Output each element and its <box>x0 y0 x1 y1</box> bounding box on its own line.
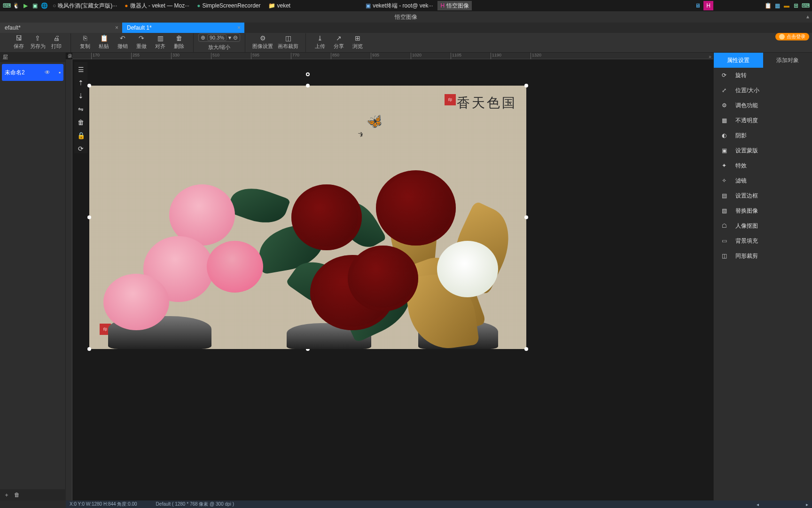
property-row[interactable]: ▤设置边框 <box>714 188 812 203</box>
main-toolbar: 🖫保存 ⇪另存为 🖨打印 ⎘复制 📋粘贴 ↶撤销 ↷重做 ▥对齐 🗑删除 ⊕ 9… <box>0 33 812 53</box>
canvas-area: 像素 1702553305105957708509351020110511901… <box>66 53 713 500</box>
trash-icon[interactable]: 🗑 <box>76 118 86 127</box>
close-icon[interactable]: × <box>237 24 241 31</box>
close-icon[interactable]: × <box>115 24 118 31</box>
resize-handle[interactable] <box>524 215 528 219</box>
undo-button[interactable]: ↶撤销 <box>113 33 132 51</box>
zoom-out-icon[interactable]: ⊖ <box>233 34 238 41</box>
tab-add-object[interactable]: 添加对象 <box>763 53 812 68</box>
taskbar-app-recorder[interactable]: ●SimpleScreenRecorder <box>194 1 263 10</box>
upload-icon: ⤓ <box>317 34 323 42</box>
tray-icon[interactable]: ▶ <box>22 2 29 9</box>
chevron-down-icon[interactable]: ▾ <box>228 34 231 41</box>
property-row[interactable]: ▭背景填充 <box>714 233 812 248</box>
taskbar-app-wukong[interactable]: H悟空图像 <box>437 1 472 10</box>
tray-icon[interactable]: 🐧 <box>12 2 20 9</box>
resize-handle[interactable] <box>87 84 91 87</box>
delete-button[interactable]: 🗑删除 <box>170 33 188 51</box>
calligraphy-text: 香天色国 <box>457 94 517 112</box>
tray-icon[interactable]: ⊞ <box>792 2 800 9</box>
tray-icon[interactable]: 🌐 <box>40 2 48 9</box>
canvas-image[interactable]: 印 香天色国 印 🦋 ೋ <box>89 86 526 349</box>
tray-keyboard-icon[interactable]: ⌨ <box>802 2 809 9</box>
login-button[interactable]: 点击登录 <box>775 33 809 40</box>
property-row[interactable]: ◫同形裁剪 <box>714 248 812 263</box>
saveas-button[interactable]: ⇪另存为 <box>28 33 47 51</box>
resize-handle[interactable] <box>87 215 91 219</box>
tab-attributes[interactable]: 属性设置 <box>714 53 763 68</box>
tray-icon[interactable]: ▬ <box>783 2 790 9</box>
upload-button[interactable]: ⤓上传 <box>311 33 329 51</box>
property-icon: ▦ <box>720 117 728 124</box>
rotate-handle[interactable] <box>306 72 310 76</box>
zoom-in-icon[interactable]: ⊕ <box>201 34 205 41</box>
property-row[interactable]: ✧滤镜 <box>714 173 812 188</box>
property-row[interactable]: ⚙调色功能 <box>714 98 812 113</box>
floating-toolbar: ☰ ⇡ ⇣ ⇋ 🗑 🔒 ⟳ <box>74 62 87 153</box>
property-icon: ⟳ <box>720 72 728 79</box>
zoom-control[interactable]: ⊕ 90.3% ▾ ⊖ 放大/缩小 <box>198 33 240 51</box>
property-label: 阴影 <box>735 132 747 140</box>
document-tabs: efault* × Default 1* × <box>0 23 812 33</box>
share-icon: ↗ <box>336 34 342 42</box>
doc-tab[interactable]: efault* × <box>0 23 122 33</box>
zoom-value[interactable]: 90.3% <box>207 34 226 41</box>
property-row[interactable]: ▦不透明度 <box>714 113 812 128</box>
save-button[interactable]: 🖫保存 <box>9 33 28 51</box>
print-button[interactable]: 🖨打印 <box>47 33 66 51</box>
window-minimize-button[interactable]: ▴ <box>806 13 809 20</box>
paste-button[interactable]: 📋粘贴 <box>94 33 113 51</box>
panel-chevron-left[interactable]: « <box>66 53 72 60</box>
property-row[interactable]: ☖人像抠图 <box>714 218 812 233</box>
lock-icon[interactable]: 🔒 <box>76 131 86 140</box>
image-settings-button[interactable]: ⚙图像设置 <box>250 33 275 51</box>
property-row[interactable]: ◐阴影 <box>714 128 812 143</box>
panel-chevron-right[interactable]: » <box>707 53 713 60</box>
taskbar-app-files[interactable]: 📁veket <box>265 1 294 10</box>
property-icon: ✦ <box>720 162 728 169</box>
property-row[interactable]: ▣设置蒙版 <box>714 143 812 158</box>
tray-icon[interactable]: ▦ <box>773 2 781 9</box>
copy-button[interactable]: ⎘复制 <box>76 33 94 51</box>
tray-monitor-icon[interactable]: 🖥 <box>694 2 702 9</box>
tray-icon[interactable]: ⌨ <box>3 2 10 9</box>
taskbar-app-browser[interactable]: ●微器人 - veket — Moz··· <box>122 1 192 10</box>
tray-icon[interactable]: ▣ <box>31 2 39 9</box>
taskbar-app-music[interactable]: ○晚风作酒(宝藏女声版)··· <box>50 1 120 10</box>
move-down-icon[interactable]: ⇣ <box>76 91 86 101</box>
browse-button[interactable]: ⊞浏览 <box>348 33 367 51</box>
move-up-icon[interactable]: ⇡ <box>76 78 86 87</box>
ruler-tick: 770 <box>291 53 299 59</box>
property-row[interactable]: ▧替换图像 <box>714 203 812 218</box>
doc-tab-active[interactable]: Default 1* × <box>122 23 244 33</box>
tray-app-icon[interactable]: H <box>703 1 713 10</box>
property-label: 滤镜 <box>735 177 747 185</box>
resize-handle[interactable] <box>87 347 91 351</box>
taskbar-app-terminal[interactable]: ▣veket终端 - root@ vek··· <box>363 1 436 10</box>
painting-peony-red <box>291 184 362 250</box>
property-row[interactable]: ⤢位置/大小 <box>714 83 812 98</box>
scroll-right-icon[interactable]: ▸ <box>806 502 808 507</box>
refresh-icon[interactable]: ⟳ <box>76 144 86 153</box>
add-layer-button[interactable]: ＋ <box>4 491 9 499</box>
resize-handle[interactable] <box>524 347 528 351</box>
property-row[interactable]: ⟳旋转 <box>714 68 812 83</box>
property-row[interactable]: ✦特效 <box>714 158 812 173</box>
resize-handle[interactable] <box>306 84 310 87</box>
canvas-crop-button[interactable]: ◫画布裁剪 <box>275 33 301 51</box>
align-button[interactable]: ▥对齐 <box>151 33 170 51</box>
property-label: 不透明度 <box>735 117 758 125</box>
os-taskbar: ⌨ 🐧 ▶ ▣ 🌐 ○晚风作酒(宝藏女声版)··· ●微器人 - veket —… <box>0 0 812 11</box>
layer-item[interactable]: 未命名2 👁 ▪ <box>2 64 63 81</box>
thumb-icon[interactable]: ▪ <box>59 69 61 76</box>
resize-handle[interactable] <box>524 84 528 87</box>
scroll-left-icon[interactable]: ◂ <box>757 502 759 507</box>
window-title: 悟空图像 <box>395 13 417 21</box>
delete-layer-button[interactable]: 🗑 <box>14 492 20 498</box>
redo-button[interactable]: ↷重做 <box>132 33 151 51</box>
layers-icon[interactable]: ☰ <box>76 65 86 74</box>
visibility-icon[interactable]: 👁 <box>45 69 50 76</box>
flip-icon[interactable]: ⇋ <box>76 104 86 114</box>
share-button[interactable]: ↗分享 <box>329 33 348 51</box>
tray-clipboard-icon[interactable]: 📋 <box>764 2 772 9</box>
